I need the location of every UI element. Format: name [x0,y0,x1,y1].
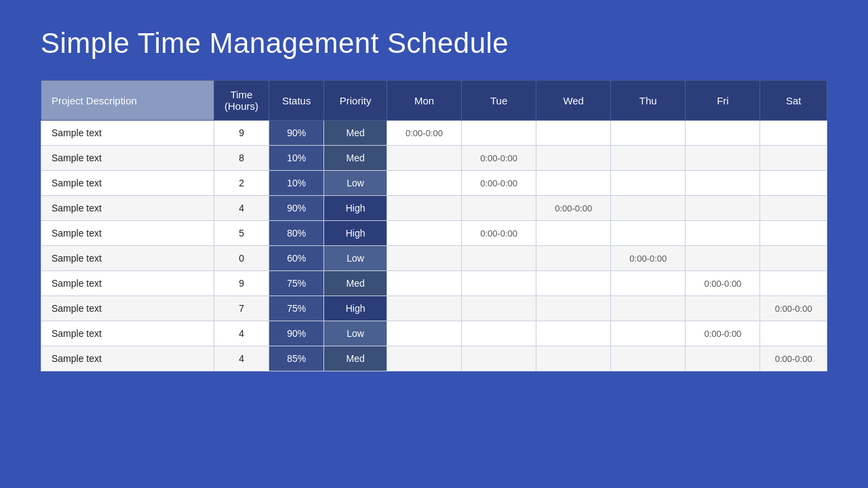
cell-wed [536,346,611,371]
cell-project: Sample text [41,121,214,146]
table-row: Sample text210%Low0:00-0:00 [41,171,827,196]
cell-sat [760,196,827,221]
cell-sat [760,171,827,196]
cell-mon: 0:00-0:00 [387,121,461,146]
cell-fri [686,221,760,246]
cell-tue: 0:00-0:00 [462,146,536,171]
cell-sat [760,271,827,296]
cell-fri: 0:00-0:00 [686,271,760,296]
cell-time: 8 [214,146,269,171]
cell-status: 90% [269,321,324,346]
header-row: Project Description Time(Hours) Status P… [41,81,827,121]
cell-tue: 0:00-0:00 [462,221,536,246]
cell-status: 60% [269,246,324,271]
cell-priority: Med [324,146,387,171]
cell-mon [387,221,461,246]
header-status: Status [269,81,324,121]
cell-tue [462,196,536,221]
cell-sat [760,246,827,271]
cell-tue [462,121,536,146]
cell-wed [536,146,611,171]
cell-mon [387,246,461,271]
cell-time: 0 [214,246,269,271]
table-row: Sample text490%High0:00-0:00 [41,196,827,221]
cell-tue [462,246,536,271]
cell-status: 75% [269,296,324,321]
cell-project: Sample text [41,246,214,271]
cell-sat [760,121,827,146]
cell-sat: 0:00-0:00 [760,346,827,371]
cell-status: 85% [269,346,324,371]
cell-priority: Low [324,321,387,346]
page-title: Simple Time Management Schedule [41,27,509,60]
cell-thu [611,296,686,321]
cell-mon [387,146,461,171]
cell-status: 10% [269,171,324,196]
header-wed: Wed [536,81,611,121]
table-row: Sample text060%Low0:00-0:00 [41,246,827,271]
table-header: Project Description Time(Hours) Status P… [41,81,827,121]
cell-wed [536,321,611,346]
cell-project: Sample text [41,346,214,371]
header-sat: Sat [760,81,827,121]
cell-time: 5 [214,221,269,246]
header-priority: Priority [324,81,387,121]
cell-priority: High [324,196,387,221]
cell-time: 4 [214,196,269,221]
cell-fri [686,246,760,271]
cell-time: 7 [214,296,269,321]
cell-thu: 0:00-0:00 [611,246,686,271]
cell-fri [686,196,760,221]
cell-thu [611,146,686,171]
cell-time: 4 [214,346,269,371]
cell-fri [686,121,760,146]
header-time: Time(Hours) [214,81,269,121]
cell-project: Sample text [41,271,214,296]
cell-thu [611,321,686,346]
cell-tue [462,346,536,371]
cell-time: 9 [214,121,269,146]
table-row: Sample text990%Med0:00-0:00 [41,121,827,146]
cell-sat: 0:00-0:00 [760,296,827,321]
schedule-table: Project Description Time(Hours) Status P… [41,80,827,371]
cell-project: Sample text [41,221,214,246]
cell-thu [611,121,686,146]
cell-fri [686,296,760,321]
cell-priority: Med [324,271,387,296]
cell-mon [387,271,461,296]
cell-fri [686,346,760,371]
cell-priority: Med [324,121,387,146]
cell-thu [611,196,686,221]
table-row: Sample text580%High0:00-0:00 [41,221,827,246]
cell-tue: 0:00-0:00 [462,171,536,196]
cell-thu [611,221,686,246]
cell-fri [686,146,760,171]
cell-project: Sample text [41,171,214,196]
cell-wed [536,121,611,146]
cell-priority: High [324,296,387,321]
cell-project: Sample text [41,321,214,346]
cell-status: 75% [269,271,324,296]
cell-time: 9 [214,271,269,296]
cell-wed [536,271,611,296]
cell-status: 80% [269,221,324,246]
cell-priority: Low [324,171,387,196]
cell-wed: 0:00-0:00 [536,196,611,221]
cell-project: Sample text [41,196,214,221]
cell-status: 90% [269,196,324,221]
table-row: Sample text810%Med0:00-0:00 [41,146,827,171]
cell-mon [387,296,461,321]
header-fri: Fri [686,81,760,121]
cell-wed [536,221,611,246]
cell-tue [462,271,536,296]
cell-priority: Med [324,346,387,371]
cell-fri [686,171,760,196]
cell-time: 4 [214,321,269,346]
cell-tue [462,321,536,346]
table-row: Sample text775%High0:00-0:00 [41,296,827,321]
cell-sat [760,221,827,246]
header-thu: Thu [611,81,686,121]
cell-wed [536,296,611,321]
cell-mon [387,321,461,346]
header-mon: Mon [387,81,461,121]
